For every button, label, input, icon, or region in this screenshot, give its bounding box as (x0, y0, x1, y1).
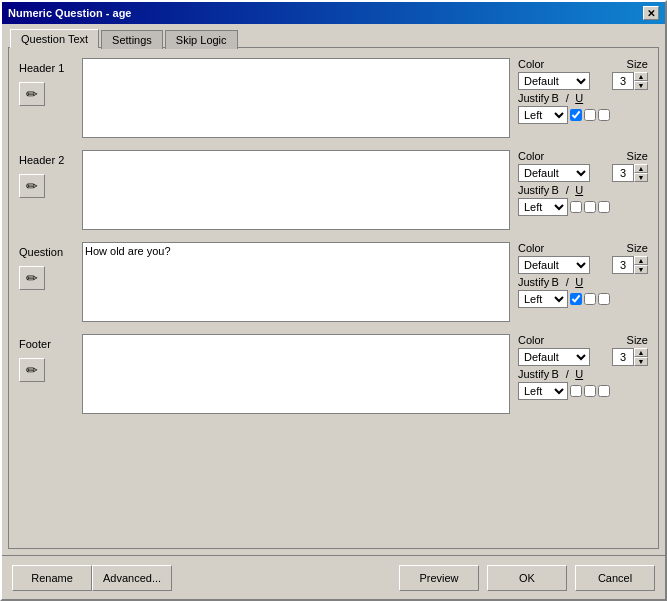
header2-justify-select[interactable]: LeftCenterRight (518, 198, 568, 216)
header2-pencil-button[interactable]: ✏ (19, 174, 45, 198)
footer-bar: Rename Advanced... Preview OK Cancel (2, 555, 665, 599)
question-label: Question (19, 246, 63, 258)
question-justify-label: Justify (518, 276, 549, 288)
header2-spin-down[interactable]: ▼ (634, 173, 648, 182)
footer-spin-btns: ▲ ▼ (634, 348, 648, 366)
header2-label: Header 2 (19, 154, 64, 166)
question-textarea[interactable] (82, 242, 510, 322)
footer-underline-label: U (573, 368, 585, 380)
header2-textarea[interactable] (82, 150, 510, 230)
header1-color-select[interactable]: Default (518, 72, 590, 90)
close-button[interactable]: ✕ (643, 6, 659, 20)
question-justify-select[interactable]: LeftCenterRight (518, 290, 568, 308)
header1-color-label: Color (518, 58, 544, 70)
main-window: Numeric Question - age ✕ Question Text S… (0, 0, 667, 601)
tab-skip-logic[interactable]: Skip Logic (165, 30, 238, 49)
question-pencil-button[interactable]: ✏ (19, 266, 45, 290)
cancel-button[interactable]: Cancel (575, 565, 655, 591)
question-spin-down[interactable]: ▼ (634, 265, 648, 274)
question-underline-check[interactable] (598, 293, 610, 305)
header1-color-size-row: Color Size (518, 58, 648, 70)
header2-size-label: Size (627, 150, 648, 162)
header2-color-label: Color (518, 150, 544, 162)
header1-label: Header 1 (19, 62, 64, 74)
question-underline-label: U (573, 276, 585, 288)
tab-question-text[interactable]: Question Text (10, 29, 99, 48)
footer-justify-row: Justify B / U (518, 368, 648, 380)
header2-italic-check[interactable] (584, 201, 596, 213)
header2-color-select[interactable]: Default (518, 164, 590, 182)
rename-button[interactable]: Rename (12, 565, 92, 591)
header1-justify-label: Justify (518, 92, 549, 104)
footer-italic-label: / (561, 368, 573, 380)
question-size-field[interactable] (612, 256, 634, 274)
ok-button[interactable]: OK (487, 565, 567, 591)
header2-spin-btns: ▲ ▼ (634, 164, 648, 182)
preview-button[interactable]: Preview (399, 565, 479, 591)
tab-settings[interactable]: Settings (101, 30, 163, 49)
window-title: Numeric Question - age (8, 7, 131, 19)
footer-size-field[interactable] (612, 348, 634, 366)
header1-pencil-button[interactable]: ✏ (19, 82, 45, 106)
footer-justify-label: Justify (518, 368, 549, 380)
header1-bold-check[interactable] (570, 109, 582, 121)
footer-spin-up[interactable]: ▲ (634, 348, 648, 357)
question-color-select[interactable]: Default (518, 256, 590, 274)
footer-pencil-button[interactable]: ✏ (19, 358, 45, 382)
footer-color-select[interactable]: Default (518, 348, 590, 366)
footer-biu-row: LeftCenterRight (518, 382, 648, 400)
header1-size-label: Size (627, 58, 648, 70)
header1-spin-up[interactable]: ▲ (634, 72, 648, 81)
header2-underline-check[interactable] (598, 201, 610, 213)
question-color-size-row: Color Size (518, 242, 648, 254)
header2-justify-label: Justify (518, 184, 549, 196)
header2-underline-label: U (573, 184, 585, 196)
question-color-label: Color (518, 242, 544, 254)
footer-color-size-row: Color Size (518, 334, 648, 346)
header1-justify-select[interactable]: LeftCenterRight (518, 106, 568, 124)
header1-size-field[interactable] (612, 72, 634, 90)
header2-spin-up[interactable]: ▲ (634, 164, 648, 173)
header1-spin-down[interactable]: ▼ (634, 81, 648, 90)
question-textarea-col (82, 242, 510, 324)
header1-row: Header 1 ✏ Color Size Default (19, 58, 648, 140)
header1-textarea[interactable] (82, 58, 510, 138)
header2-size-input: ▲ ▼ (612, 164, 648, 182)
header2-label-col: Header 2 ✏ (19, 150, 74, 198)
footer-label: Footer (19, 338, 51, 350)
question-bold-label: B (549, 276, 561, 288)
header1-controls: Color Size Default ▲ ▼ (518, 58, 648, 124)
header2-size-field[interactable] (612, 164, 634, 182)
footer-textarea[interactable] (82, 334, 510, 414)
header1-justify-row: Justify B / U (518, 92, 648, 104)
header2-bold-label: B (549, 184, 561, 196)
header1-label-col: Header 1 ✏ (19, 58, 74, 106)
header2-justify-row: Justify B / U (518, 184, 648, 196)
footer-italic-check[interactable] (584, 385, 596, 397)
question-bold-check[interactable] (570, 293, 582, 305)
content-area: Header 1 ✏ Color Size Default (8, 47, 659, 549)
header1-spin-btns: ▲ ▼ (634, 72, 648, 90)
question-italic-label: / (561, 276, 573, 288)
header1-underline-check[interactable] (598, 109, 610, 121)
footer-bold-label: B (549, 368, 561, 380)
footer-spin-down[interactable]: ▼ (634, 357, 648, 366)
header1-italic-label: / (561, 92, 573, 104)
question-spin-up[interactable]: ▲ (634, 256, 648, 265)
footer-justify-select[interactable]: LeftCenterRight (518, 382, 568, 400)
question-size-label: Size (627, 242, 648, 254)
footer-textarea-col (82, 334, 510, 416)
question-italic-check[interactable] (584, 293, 596, 305)
header1-italic-check[interactable] (584, 109, 596, 121)
question-spin-btns: ▲ ▼ (634, 256, 648, 274)
header1-biu-row: LeftCenterRight (518, 106, 648, 124)
footer-label-col: Footer ✏ (19, 334, 74, 382)
footer-underline-check[interactable] (598, 385, 610, 397)
question-justify-row: Justify B / U (518, 276, 648, 288)
question-row: Question ✏ Color Size Default (19, 242, 648, 324)
footer-controls: Color Size Default ▲ ▼ (518, 334, 648, 400)
header2-bold-check[interactable] (570, 201, 582, 213)
advanced-button[interactable]: Advanced... (92, 565, 172, 591)
footer-bold-check[interactable] (570, 385, 582, 397)
question-label-col: Question ✏ (19, 242, 74, 290)
